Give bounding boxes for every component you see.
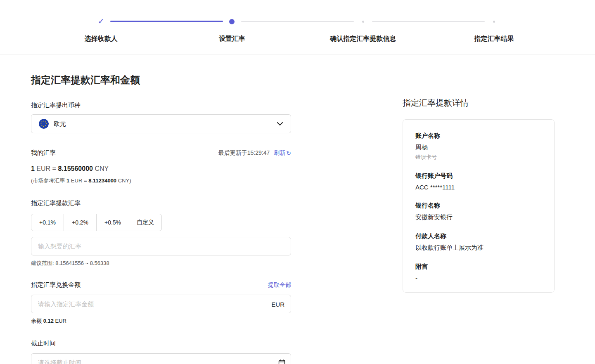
withdraw-details-panel: 指定汇率提款详情 账户名称 周杨 错误卡号 银行账户号码 ACC *****11…	[403, 54, 555, 364]
market-equals: =	[84, 177, 87, 184]
calendar-icon[interactable]	[278, 359, 285, 364]
rate-custom-button[interactable]: 自定义	[129, 214, 162, 231]
deadline-input-wrap	[31, 353, 291, 364]
amount-input[interactable]	[31, 295, 291, 313]
detail-value: -	[415, 274, 542, 281]
stepper: ✓ 选择收款人 设置汇率 确认指定汇率提款信息 指定汇率结果	[36, 17, 559, 43]
details-title: 指定汇率提款详情	[403, 97, 555, 109]
rate-adjust-button-group: +0.1% +0.2% +0.5% 自定义	[31, 214, 162, 231]
rate-base-currency: EUR	[36, 165, 50, 172]
refresh-link[interactable]: 刷新↻	[274, 149, 291, 157]
detail-label: 账户名称	[415, 132, 542, 140]
market-prefix: (市场参考汇率	[31, 177, 65, 184]
step-done-check-icon: ✓	[98, 17, 104, 26]
main-content: 指定汇率提款汇率和金额 指定汇率提出币种 欧元 我的汇率 最后更新于15:29:…	[0, 54, 595, 364]
rate-input[interactable]	[31, 237, 291, 255]
detail-payer-name: 付款人名称 以收款行账单上展示为准	[415, 232, 542, 252]
step-label: 指定汇率结果	[429, 35, 559, 43]
my-rate-row: 我的汇率 最后更新于15:29:47 刷新↻	[31, 149, 291, 157]
amount-label: 指定汇率兑换金额	[31, 281, 81, 289]
balance-currency: EUR	[55, 318, 66, 324]
detail-label: 附言	[415, 263, 542, 271]
detail-bank-account-number: 银行账户号码 ACC *****1111	[415, 172, 542, 191]
eu-flag-icon	[39, 119, 49, 129]
detail-value: 以收款行账单上展示为准	[415, 244, 542, 252]
market-rate-value: 8.11234000	[88, 177, 116, 184]
market-base-currency: EUR	[71, 177, 82, 184]
rate-suggestion-hint: 建议范围: 8.15641556 ~ 8.56338	[31, 260, 291, 267]
rate-quote-currency: CNY	[95, 165, 109, 172]
rate-plus-0-2-button[interactable]: +0.2%	[64, 214, 97, 231]
withdraw-all-link[interactable]: 提取全部	[268, 281, 291, 289]
withdraw-rate-label: 指定汇率提款汇率	[31, 199, 291, 207]
rate-value: 8.15560000	[58, 165, 93, 172]
refresh-icon: ↻	[286, 150, 291, 156]
amount-label-row: 指定汇率兑换金额 提取全部	[31, 281, 291, 289]
chevron-down-icon	[277, 122, 283, 126]
detail-note: 错误卡号	[415, 154, 542, 161]
step-pending-dot-icon	[362, 21, 364, 23]
balance-text: 余额 0.12 EUR	[31, 317, 291, 325]
step-label: 设置汇率	[166, 35, 297, 43]
rate-input-wrap	[31, 237, 291, 255]
rate-base-amount: 1	[31, 165, 35, 172]
market-suffix: CNY)	[118, 177, 131, 184]
currency-select[interactable]: 欧元	[31, 114, 291, 133]
balance-value: 0.12	[43, 318, 54, 324]
market-reference-line: (市场参考汇率 1 EUR = 8.11234000 CNY)	[31, 177, 291, 184]
detail-value: 安徽新安银行	[415, 213, 542, 221]
details-card: 账户名称 周杨 错误卡号 银行账户号码 ACC *****1111 银行名称 安…	[403, 119, 555, 293]
amount-input-wrap: EUR	[31, 295, 291, 313]
detail-bank-name: 银行名称 安徽新安银行	[415, 202, 542, 221]
my-rate-value-line: 1 EUR = 8.15560000 CNY	[31, 165, 291, 173]
detail-memo: 附言 -	[415, 263, 542, 281]
my-rate-label: 我的汇率	[31, 149, 56, 157]
rate-form: 指定汇率提款汇率和金额 指定汇率提出币种 欧元 我的汇率 最后更新于15:29:…	[31, 54, 291, 364]
refresh-label: 刷新	[274, 149, 285, 157]
currency-selected-value: 欧元	[54, 120, 277, 128]
detail-label: 银行名称	[415, 202, 542, 210]
detail-label: 银行账户号码	[415, 172, 542, 180]
rate-equals: =	[52, 165, 56, 172]
detail-value: 周杨	[415, 144, 542, 151]
stepper-header: ✓ 选择收款人 设置汇率 确认指定汇率提款信息 指定汇率结果	[0, 0, 595, 54]
amount-currency-suffix: EUR	[271, 300, 284, 307]
step-label: 确认指定汇率提款信息	[298, 35, 429, 43]
detail-account-name: 账户名称 周杨 错误卡号	[415, 132, 542, 161]
balance-prefix: 余额	[31, 318, 42, 324]
rate-plus-0-1-button[interactable]: +0.1%	[31, 214, 64, 231]
page-title: 指定汇率提款汇率和金额	[31, 73, 291, 87]
deadline-input[interactable]	[31, 353, 291, 364]
currency-label: 指定汇率提出币种	[31, 102, 291, 109]
my-rate-actions: 最后更新于15:29:47 刷新↻	[218, 149, 291, 157]
step-result[interactable]: 指定汇率结果	[429, 17, 559, 43]
rate-plus-0-5-button[interactable]: +0.5%	[96, 214, 129, 231]
market-amount: 1	[66, 177, 69, 184]
last-updated-text: 最后更新于15:29:47	[218, 149, 270, 157]
step-node-row	[429, 17, 559, 26]
detail-value: ACC *****1111	[415, 184, 542, 191]
step-pending-dot-icon	[493, 21, 495, 23]
deadline-label: 截止时间	[31, 340, 291, 347]
detail-label: 付款人名称	[415, 232, 542, 240]
step-label: 选择收款人	[36, 35, 166, 43]
step-active-dot-icon	[229, 19, 235, 24]
